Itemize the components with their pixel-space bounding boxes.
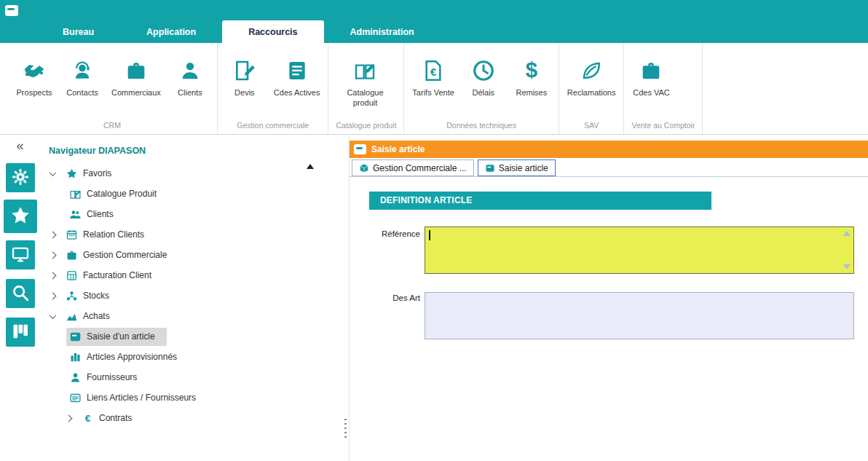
ribbon-tab-bar: Bureau Application Raccourcis Administra… xyxy=(0,20,868,43)
chevron-down-icon[interactable] xyxy=(50,312,57,319)
splitter-grip[interactable] xyxy=(344,419,347,441)
ribbon: Prospects Contacts Commerciaux Clients C… xyxy=(0,43,868,135)
tree-item-label: Relation Clients xyxy=(83,229,144,240)
clock-icon xyxy=(472,59,495,82)
ribbon-item-label: Commerciaux xyxy=(111,88,161,98)
pencil-doc-icon xyxy=(233,59,256,82)
desktop-button[interactable] xyxy=(6,240,35,269)
doc-tab-label: Saisie article xyxy=(499,163,548,173)
tree-item-contrats[interactable]: Contrats xyxy=(40,408,349,428)
star-icon xyxy=(9,204,31,228)
tree-item-label: Clients xyxy=(87,209,114,219)
window-titlebar xyxy=(0,0,868,20)
people-icon xyxy=(69,208,82,221)
ribbon-item-prospects[interactable]: Prospects xyxy=(10,59,58,98)
briefcase-icon xyxy=(639,59,663,82)
ribbon-item-contacts[interactable]: Contacts xyxy=(58,59,106,98)
tab-administration[interactable]: Administration xyxy=(324,20,441,43)
ribbon-group-crm: Prospects Contacts Commerciaux Clients C… xyxy=(7,43,218,134)
tree-item-favoris[interactable]: Favoris xyxy=(40,163,349,184)
gear-icon xyxy=(11,168,30,189)
ribbon-group-label: Vente au Comptoir xyxy=(627,118,699,134)
chevron-down-icon[interactable] xyxy=(50,169,57,176)
ribbon-item-label: Clients xyxy=(178,88,202,98)
layout-button[interactable] xyxy=(6,318,35,347)
section-header: DEFINITION ARTICLE xyxy=(369,192,711,210)
document-titlebar: Saisie article xyxy=(350,141,868,158)
doc-tab-saisie-article[interactable]: Saisie article xyxy=(478,159,556,176)
ribbon-group-label: Gestion commerciale xyxy=(221,118,326,134)
chevron-right-icon[interactable] xyxy=(50,231,57,238)
reference-input[interactable] xyxy=(425,226,854,274)
form-area: DEFINITION ARTICLE Référence Des Art xyxy=(350,177,868,461)
ribbon-group-label: SAV xyxy=(562,118,621,134)
scroll-up-arrow[interactable] xyxy=(307,164,314,169)
ribbon-item-tarifs-vente[interactable]: Tarifs Vente xyxy=(407,59,459,98)
tree-item-saisie-article[interactable]: Saisie d'un article xyxy=(40,326,349,347)
left-icon-rail: « xyxy=(0,135,40,461)
chevron-right-icon[interactable] xyxy=(66,414,73,422)
doc-tab-gestion-commerciale[interactable]: Gestion Commerciale ... xyxy=(352,159,474,176)
euro-icon xyxy=(82,412,94,425)
chevron-right-icon[interactable] xyxy=(50,251,57,259)
field-row-des-art: Des Art xyxy=(369,291,868,339)
field-row-reference: Référence xyxy=(369,226,868,274)
tree-item-relation-clients[interactable]: Relation Clients xyxy=(40,224,349,245)
tree-item-articles-approvisionnes[interactable]: Articles Approvisionnés xyxy=(40,347,349,367)
document-title: Saisie article xyxy=(371,144,425,154)
doc-euro-icon xyxy=(422,59,445,82)
tree-item-clients[interactable]: Clients xyxy=(40,204,349,224)
collapse-panel-icon[interactable]: « xyxy=(16,139,23,152)
tree-item-achats[interactable]: Achats xyxy=(40,306,349,326)
tree-item-label: Liens Articles / Fournisseurs xyxy=(87,393,196,403)
contact-icon xyxy=(71,59,94,82)
tree-item-gestion-commerciale[interactable]: Gestion Commerciale xyxy=(40,245,349,265)
tree-item-facturation-client[interactable]: Facturation Client xyxy=(40,265,349,285)
star-icon xyxy=(66,168,78,180)
tab-bureau[interactable]: Bureau xyxy=(36,20,120,43)
ribbon-item-cdes-vac[interactable]: Cdes VAC xyxy=(627,59,675,98)
scroll-down-icon[interactable] xyxy=(843,264,851,269)
tree-item-label: Catalogue Produit xyxy=(87,189,157,199)
checklist-icon xyxy=(285,59,309,82)
tree-item-stocks[interactable]: Stocks xyxy=(40,285,349,306)
ribbon-item-remises[interactable]: Remises xyxy=(508,59,556,98)
search-button[interactable] xyxy=(6,279,35,308)
tree-item-label: Saisie d'un article xyxy=(87,331,155,342)
des-art-input[interactable] xyxy=(425,292,854,339)
ribbon-item-delais[interactable]: Délais xyxy=(459,59,508,98)
ribbon-group-label: CRM xyxy=(10,118,214,134)
card-lines-icon xyxy=(69,392,82,404)
ribbon-item-catalogue-produit[interactable]: Catalogue produit xyxy=(331,59,398,109)
ribbon-item-commerciaux[interactable]: Commerciaux xyxy=(106,59,166,98)
tree-item-catalogue-produit[interactable]: Catalogue Produit xyxy=(40,184,349,204)
favorites-button[interactable] xyxy=(4,200,37,233)
catalog-icon xyxy=(69,188,82,200)
scroll-up-icon[interactable] xyxy=(843,231,851,236)
reference-label: Référence xyxy=(369,226,420,274)
doc-tab-label: Gestion Commerciale ... xyxy=(373,163,467,173)
tree-item-label: Stocks xyxy=(83,291,109,301)
navigator-title: Navigateur DIAPASON xyxy=(40,135,349,163)
tab-raccourcis[interactable]: Raccourcis xyxy=(222,20,323,43)
tree-item-label: Contrats xyxy=(99,413,132,423)
search-icon xyxy=(11,283,30,304)
ribbon-group-donnees-techniques: Tarifs Vente Délais Remises Données tech… xyxy=(404,43,559,134)
app-window-icon xyxy=(5,5,18,16)
tree-item-label: Fournisseurs xyxy=(87,372,137,382)
columns-icon xyxy=(69,351,82,363)
window-icon xyxy=(354,144,366,154)
chevron-right-icon[interactable] xyxy=(50,272,57,279)
briefcase-icon xyxy=(125,59,148,82)
tab-application[interactable]: Application xyxy=(120,20,222,43)
ribbon-item-clients[interactable]: Clients xyxy=(166,59,214,98)
tree-item-liens-articles-fournisseurs[interactable]: Liens Articles / Fournisseurs xyxy=(40,387,349,408)
tree-item-fournisseurs[interactable]: Fournisseurs xyxy=(40,367,349,387)
ribbon-item-reclamations[interactable]: Reclamations xyxy=(562,59,621,98)
settings-button[interactable] xyxy=(6,163,35,192)
monitor-icon xyxy=(11,245,30,266)
ribbon-item-cdes-actives[interactable]: Cdes Actives xyxy=(269,59,326,98)
ribbon-item-devis[interactable]: Devis xyxy=(221,59,269,98)
ribbon-item-label: Contacts xyxy=(66,88,98,98)
chevron-right-icon[interactable] xyxy=(50,292,57,299)
